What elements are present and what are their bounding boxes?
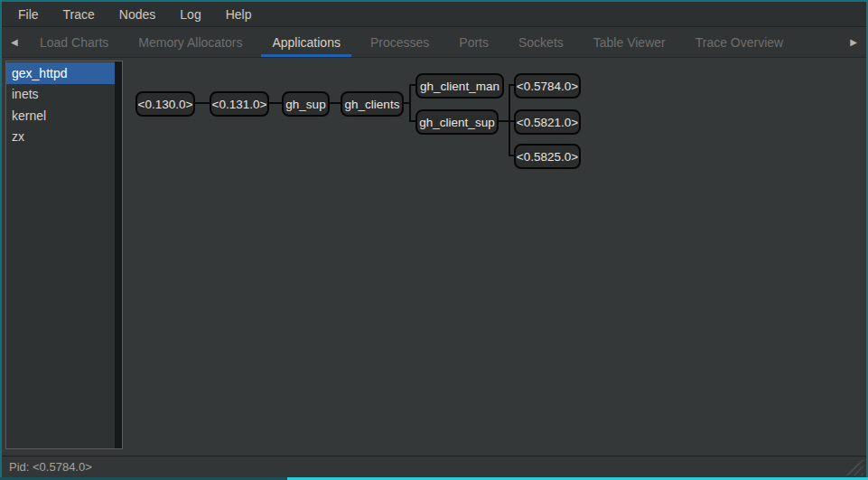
application-list: gex_httpd inets kernel zx	[5, 61, 123, 449]
tab-processes[interactable]: Processes	[359, 27, 440, 57]
resize-grip-icon[interactable]	[842, 459, 863, 475]
menu-log[interactable]: Log	[174, 7, 206, 22]
menu-nodes[interactable]: Nodes	[114, 7, 161, 22]
tree-node-pid-130[interactable]: <0.130.0>	[135, 91, 195, 117]
tab-trace-overview[interactable]: Trace Overview	[685, 27, 795, 57]
sidebar-item-zx[interactable]: zx	[6, 127, 115, 148]
edge-fork1-vertical	[409, 84, 411, 122]
menu-bar: File Trace Nodes Log Help	[2, 2, 866, 27]
applications-panel: gex_httpd inets kernel zx <0.130.0> <0.1…	[2, 57, 866, 456]
tab-sockets[interactable]: Sockets	[508, 27, 574, 57]
tabs: Load Charts Memory Allocators Applicatio…	[29, 27, 794, 57]
tab-table-viewer[interactable]: Table Viewer	[583, 27, 677, 57]
tree-node-pid-5825[interactable]: <0.5825.0>	[514, 144, 581, 169]
tree-node-gh-client-man[interactable]: gh_client_man	[415, 73, 504, 99]
tab-scroll-right-icon[interactable]: ▶	[845, 27, 863, 57]
tree-node-gh-sup[interactable]: gh_sup	[282, 91, 330, 117]
tree-node-pid-5784[interactable]: <0.5784.0>	[514, 73, 581, 99]
tab-applications[interactable]: Applications	[261, 27, 351, 57]
tree-node-gh-clients[interactable]: gh_clients	[341, 91, 404, 117]
menu-trace[interactable]: Trace	[58, 7, 100, 22]
tree-node-pid-131[interactable]: <0.131.0>	[210, 91, 269, 117]
tree-node-pid-5821[interactable]: <0.5821.0>	[514, 109, 581, 135]
menu-help[interactable]: Help	[220, 7, 257, 22]
sidebar-item-gex-httpd[interactable]: gex_httpd	[6, 62, 115, 84]
tab-scroll-left-icon[interactable]: ◀	[5, 27, 23, 57]
sidebar-item-kernel[interactable]: kernel	[6, 105, 115, 127]
status-bar: Pid: <0.5784.0>	[2, 456, 866, 477]
sidebar-scrollbar[interactable]	[115, 61, 122, 448]
tab-bar: ◀ Load Charts Memory Allocators Applicat…	[2, 27, 866, 58]
tree-node-gh-client-sup[interactable]: gh_client_sup	[415, 109, 499, 135]
menu-file[interactable]: File	[13, 7, 44, 22]
tab-memory-allocators[interactable]: Memory Allocators	[127, 27, 253, 57]
status-text: Pid: <0.5784.0>	[9, 460, 92, 474]
application-list-items: gex_httpd inets kernel zx	[6, 62, 115, 147]
sidebar-item-inets[interactable]: inets	[6, 84, 115, 106]
tab-load-charts[interactable]: Load Charts	[29, 27, 119, 57]
tab-ports[interactable]: Ports	[448, 27, 499, 57]
